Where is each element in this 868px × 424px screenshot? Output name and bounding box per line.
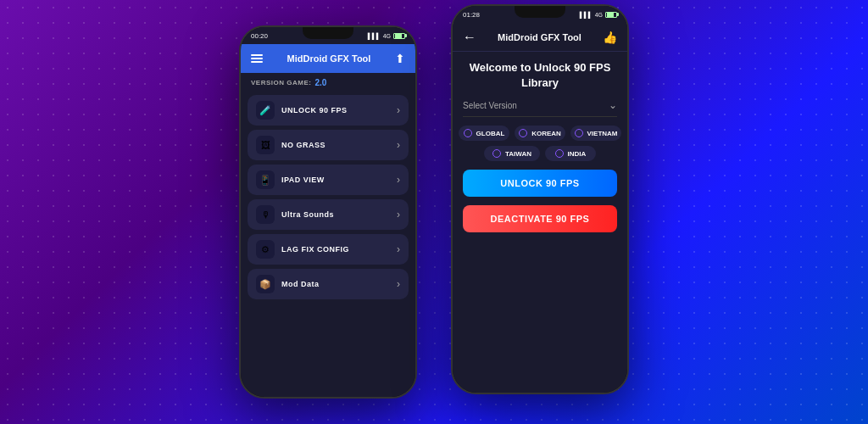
radio-korean [519, 129, 527, 137]
deactivate-90fps-button[interactable]: DEACTIVATE 90 FPS [463, 205, 617, 232]
chevron-down-icon[interactable]: ⌄ [609, 99, 617, 111]
icon-ultra-sounds: 🎙 [256, 205, 275, 224]
radio-taiwan [492, 149, 501, 158]
icon-no-grass: 🖼 [256, 136, 275, 154]
version-label: VERSION GAME: [251, 79, 311, 86]
radio-global [464, 129, 472, 137]
app-title-1: MidDroid GFX Tool [287, 53, 371, 64]
version-chip-taiwan[interactable]: TAIWAN [484, 146, 540, 161]
select-version-row[interactable]: Select Version ⌄ [463, 99, 617, 117]
radio-vietnam [575, 129, 583, 137]
battery-icon-2 [605, 12, 617, 18]
icon-unlock-90fps: 🧪 [256, 101, 275, 120]
icon-mod-data: 📦 [256, 275, 275, 293]
label-global: GLOBAL [476, 130, 505, 137]
menu-item-lag-fix[interactable]: ⚙ LAG FIX CONFIG › [248, 234, 409, 265]
arrow-ultra-sounds: › [397, 209, 400, 220]
radio-india [555, 149, 564, 158]
arrow-ipad-view: › [397, 174, 400, 186]
welcome-title: Welcome to Unlock 90 FPS Library [463, 60, 617, 91]
icon-ipad-view: 📱 [256, 170, 275, 189]
version-chip-korean[interactable]: KOREAN [515, 126, 565, 141]
arrow-no-grass: › [397, 139, 400, 151]
back-arrow-icon[interactable]: ← [463, 30, 476, 45]
network-1: 4G [383, 33, 391, 39]
label-lag-fix: LAG FIX CONFIG [281, 245, 390, 254]
hamburger-icon[interactable] [251, 54, 263, 63]
menu-item-mod-data[interactable]: 📦 Mod Data › [248, 269, 409, 299]
phone-1-screen: 00:20 ▌▌▌ 4G MidDroid GFX Tool ⬆ VERSION… [241, 27, 415, 397]
phone-1-notch [303, 27, 353, 39]
network-2: 4G [595, 12, 603, 18]
app-header-2: ← MidDroid GFX Tool 👍 [453, 23, 627, 52]
version-options: GLOBAL KOREAN VIETNAM [463, 126, 617, 161]
version-value: 2.0 [314, 78, 326, 87]
unlock-90fps-button[interactable]: UNLOCK 90 FPS [463, 170, 617, 197]
icon-lag-fix: ⚙ [256, 240, 275, 259]
signal-battery-2: ▌▌▌ 4G [580, 12, 617, 18]
version-chip-vietnam[interactable]: VIETNAM [570, 126, 621, 141]
phone-1: 00:20 ▌▌▌ 4G MidDroid GFX Tool ⬆ VERSION… [239, 25, 417, 399]
phone2-content: Welcome to Unlock 90 FPS Library Select … [453, 52, 627, 393]
menu-item-unlock-90fps[interactable]: 🧪 UNLOCK 90 FPS › [248, 95, 409, 126]
label-india: INDIA [568, 150, 587, 158]
menu-list: 🧪 UNLOCK 90 FPS › 🖼 NO GRASS › 📱 IPAD VI… [241, 92, 415, 397]
app-title-2: MidDroid GFX Tool [498, 32, 581, 42]
label-korean: KOREAN [531, 130, 561, 137]
time-2: 01:28 [463, 11, 480, 19]
version-bar: VERSION GAME: 2.0 [241, 73, 415, 92]
version-row-2: TAIWAN INDIA [463, 146, 617, 161]
version-chip-india[interactable]: INDIA [545, 146, 596, 161]
phone-2-notch [515, 6, 565, 18]
battery-icon-1 [393, 33, 405, 39]
signal-1: ▌▌▌ [368, 33, 381, 39]
arrow-unlock-90fps: › [397, 104, 400, 116]
label-vietnam: VIETNAM [587, 130, 618, 137]
time-1: 00:20 [251, 32, 268, 40]
label-ipad-view: IPAD VIEW [281, 176, 390, 184]
deactivate-btn-label: DEACTIVATE 90 FPS [491, 214, 590, 224]
share-icon[interactable]: ⬆ [395, 52, 405, 65]
label-no-grass: NO GRASS [281, 141, 390, 149]
label-unlock-90fps: UNLOCK 90 FPS [281, 106, 390, 114]
select-version-label: Select Version [463, 101, 517, 110]
menu-item-ultra-sounds[interactable]: 🎙 Ultra Sounds › [248, 199, 409, 230]
unlock-btn-label: UNLOCK 90 FPS [500, 178, 579, 188]
arrow-mod-data: › [397, 278, 400, 290]
app-header-1: MidDroid GFX Tool ⬆ [241, 44, 415, 73]
label-ultra-sounds: Ultra Sounds [281, 210, 390, 219]
phone-2: 01:28 ▌▌▌ 4G ← MidDroid GFX Tool 👍 Welco… [451, 4, 629, 394]
version-chip-global[interactable]: GLOBAL [459, 126, 509, 141]
signal-battery-1: ▌▌▌ 4G [368, 33, 405, 39]
menu-item-ipad-view[interactable]: 📱 IPAD VIEW › [248, 165, 409, 195]
phone-2-screen: 01:28 ▌▌▌ 4G ← MidDroid GFX Tool 👍 Welco… [453, 6, 627, 393]
version-row-1: GLOBAL KOREAN VIETNAM [463, 126, 617, 141]
arrow-lag-fix: › [397, 243, 400, 255]
like-icon[interactable]: 👍 [603, 31, 617, 44]
main-scene: 00:20 ▌▌▌ 4G MidDroid GFX Tool ⬆ VERSION… [0, 0, 868, 424]
signal-2: ▌▌▌ [580, 12, 593, 18]
label-mod-data: Mod Data [281, 280, 390, 288]
menu-item-no-grass[interactable]: 🖼 NO GRASS › [248, 130, 409, 160]
label-taiwan: TAIWAN [505, 150, 531, 158]
